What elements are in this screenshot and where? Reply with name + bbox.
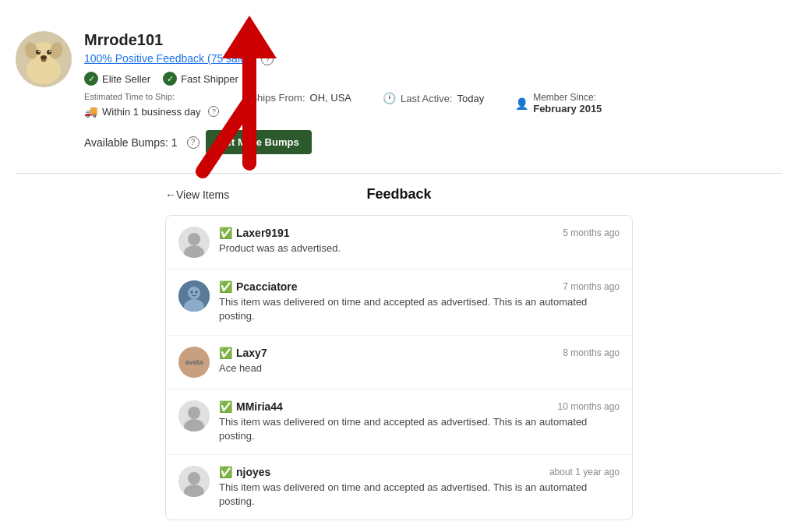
svg-point-22 [188,407,200,419]
svg-point-19 [191,291,193,294]
verified-check-icon: ✅ [219,347,232,359]
svg-point-9 [41,55,47,60]
ship-time-value: Within 1 business day [102,106,200,118]
ship-time-value-row: 🚚 Within 1 business day ? [84,105,219,118]
svg-point-20 [196,291,198,294]
arrow-left-icon: ← [165,188,176,201]
verified-check-icon: ✅ [219,280,232,293]
ship-time-detail: Estimated Time to Ship: 🚚 Within 1 busin… [84,92,219,118]
bumps-label: Available Bumps: 1 [84,136,178,149]
feedback-time-laxer: 5 months ago [563,227,620,238]
feedback-item: avata ✅ Laxy7 8 months ago Ace head [166,336,632,389]
feedback-text-njoyes: This item was delivered on time and acce… [219,481,620,509]
feedback-user-row: ✅ MMiria44 10 months ago [219,400,620,413]
last-active-value: Today [457,93,484,104]
feedback-time-laxy: 8 months ago [563,347,620,358]
svg-point-17 [188,287,200,299]
member-since-value: February 2015 [533,103,602,115]
feedback-user-row: ✅ Laxy7 8 months ago [219,347,620,359]
member-since-label: Member Since: [533,92,602,103]
member-since-detail: 👤 Member Since: February 2015 [515,92,602,115]
ship-time-help-icon[interactable]: ? [208,106,219,117]
elite-seller-badge: ✓ Elite Seller [84,72,150,86]
profile-section: Mrrode101 100% Positive Feedback (75 sal… [16,16,782,167]
last-active-detail: 🕐 Last Active: Today [383,92,484,104]
last-active-label: Last Active: [401,93,452,104]
feedback-body-njoyes: ✅ njoyes about 1 year ago This item was … [219,466,620,509]
feedback-time-pcacc: 7 months ago [563,281,620,292]
badges-row: ✓ Elite Seller ✓ Fast Shipper [84,72,782,86]
fast-shipper-badge: ✓ Fast Shipper [163,72,238,86]
verified-check-icon: ✅ [219,466,232,478]
last-active-row: 🕐 Last Active: Today [383,92,484,104]
avatar-text: avata [185,358,203,366]
feedback-text-mmiria: This item was delivered on time and acce… [219,415,620,443]
person-icon: 👤 [515,97,528,110]
seller-avatar [16,31,72,87]
clock-icon: 🕐 [383,92,396,104]
fast-shipper-label: Fast Shipper [181,73,238,85]
view-items-label: View Items [176,188,229,201]
feedback-username-mmiria: ✅ MMiria44 [219,400,283,413]
feedback-avatar-njoyes [178,466,210,497]
svg-point-5 [36,50,41,55]
svg-point-7 [38,51,40,52]
feedback-body-laxer: ✅ Laxer9191 5 months ago Product was as … [219,227,620,255]
ships-from-label: Ships From: [250,92,305,104]
section-divider [16,173,782,174]
feedback-card: ✅ Laxer9191 5 months ago Product was as … [165,215,633,520]
available-bumps-row: Available Bumps: 1 ? Get More Bumps [84,130,782,154]
feedback-help-icon[interactable]: ? [261,53,274,65]
svg-point-8 [49,51,51,52]
feedback-time-mmiria: 10 months ago [558,401,620,412]
feedback-avatar-laxy: avata [178,347,210,378]
feedback-item: ✅ njoyes about 1 year ago This item was … [166,455,632,520]
ships-from-row: Ships From: OH, USA [250,92,351,104]
view-items-link[interactable]: ← View Items [165,188,229,201]
feedback-item: ✅ Pcacciatore 7 months ago This item was… [166,270,632,335]
ship-time-label: Estimated Time to Ship: [84,92,219,101]
feedback-body-mmiria: ✅ MMiria44 10 months ago This item was d… [219,400,620,443]
get-bumps-button[interactable]: Get More Bumps [206,130,312,154]
truck-icon: 🚚 [84,105,97,118]
ships-from-detail: Ships From: OH, USA [250,92,351,104]
feedback-text-laxy: Ace head [219,361,620,375]
feedback-header: ← View Items Feedback [165,186,633,203]
feedback-user-row: ✅ njoyes about 1 year ago [219,466,620,478]
svg-point-25 [188,472,200,484]
feedback-avatar-pcacc [178,280,210,312]
profile-info: Mrrode101 100% Positive Feedback (75 sal… [84,31,782,154]
feedback-avatar-mmiria [178,400,210,432]
feedback-username-njoyes: ✅ njoyes [219,466,270,478]
feedback-user-row: ✅ Pcacciatore 7 months ago [219,280,620,293]
seller-details: Estimated Time to Ship: 🚚 Within 1 busin… [84,92,782,118]
bumps-help-icon[interactable]: ? [187,136,200,149]
feedback-username-laxer: ✅ Laxer9191 [219,227,290,239]
feedback-text-pcacc: This item was delivered on time and acce… [219,295,620,323]
svg-point-14 [188,233,200,245]
feedback-username-laxy: ✅ Laxy7 [219,347,267,359]
member-since-row: 👤 Member Since: February 2015 [515,92,602,115]
feedback-avatar-laxer [178,227,210,258]
seller-name: Mrrode101 [84,31,782,49]
feedback-section: ← View Items Feedback ✅ [165,186,633,520]
feedback-time-njoyes: about 1 year ago [549,467,620,477]
feedback-link[interactable]: 100% Positive Feedback (75 sales) [84,52,255,65]
feedback-username-pcacc: ✅ Pcacciatore [219,280,298,293]
fast-shipper-icon: ✓ [163,72,177,86]
ships-from-value: OH, USA [310,92,351,104]
verified-check-icon: ✅ [219,227,232,239]
feedback-body-laxy: ✅ Laxy7 8 months ago Ace head [219,347,620,375]
feedback-user-row: ✅ Laxer9191 5 months ago [219,227,620,239]
feedback-item: ✅ MMiria44 10 months ago This item was d… [166,389,632,455]
elite-seller-label: Elite Seller [102,73,150,85]
svg-point-6 [47,50,51,55]
feedback-title: Feedback [366,186,431,203]
feedback-body-pcacc: ✅ Pcacciatore 7 months ago This item was… [219,280,620,323]
feedback-text-laxer: Product was as advertised. [219,241,620,255]
verified-check-icon: ✅ [219,400,232,413]
elite-seller-icon: ✓ [84,72,98,86]
feedback-item: ✅ Laxer9191 5 months ago Product was as … [166,216,632,270]
